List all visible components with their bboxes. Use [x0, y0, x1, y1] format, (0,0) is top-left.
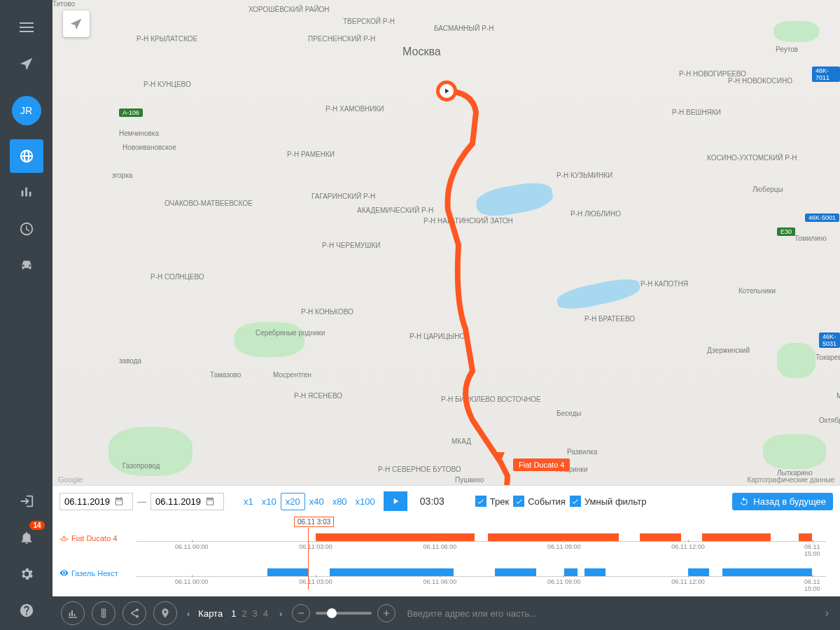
timeline-segment	[799, 533, 813, 541]
timeline-tick: 06.11 03:00	[299, 578, 332, 585]
time-display: 03:03	[412, 496, 453, 507]
route-start-marker[interactable]	[436, 80, 457, 102]
timeline-tick: 06.11 06:00	[424, 578, 457, 585]
map-tab-3[interactable]: 3	[250, 607, 260, 620]
timeline: 06.11 3:03 Fiat Ducato 4 06.11 00:0006.1…	[52, 517, 840, 596]
notifications-icon[interactable]: 14	[10, 521, 43, 554]
timeline-segment	[488, 533, 619, 541]
map-tab-1[interactable]: 1	[228, 607, 239, 620]
zoom-out-button[interactable]	[292, 604, 310, 622]
search-go-icon[interactable]: ›	[822, 604, 832, 622]
date-separator: —	[137, 496, 146, 507]
timeline-cursor-label: 06.11 3:03	[294, 517, 334, 527]
car-icon[interactable]	[10, 248, 43, 282]
tab-prev[interactable]: ‹	[184, 606, 192, 622]
bottom-bar: ‹ Карта 1234 › ›	[52, 596, 840, 630]
menu-button[interactable]	[10, 10, 43, 44]
address-search: ›	[402, 604, 832, 623]
timeline-track[interactable]	[136, 568, 826, 577]
timeline-segment	[702, 533, 771, 541]
map[interactable]: Москва ХОРОШЁВСКИЙ РАЙОНТВЕРСКОЙ Р-НБАСМ…	[52, 0, 840, 485]
timeline-segment	[267, 568, 309, 576]
timeline-row: Газель Некст 06.11 00:0006.11 03:0006.11…	[59, 554, 833, 589]
timeline-segment	[564, 568, 578, 576]
speed-x40[interactable]: x40	[305, 493, 328, 510]
timeline-tick: 06.11 12:00	[671, 578, 705, 585]
timeline-tick: 06.11 03:00	[299, 543, 332, 550]
location-icon[interactable]	[10, 47, 43, 80]
map-attribution-left: Google	[58, 475, 83, 484]
timeline-tick: 06.11 00:00	[175, 543, 209, 550]
login-icon[interactable]	[10, 484, 43, 518]
checkbox-track[interactable]: Трек	[475, 496, 509, 507]
timeline-track[interactable]	[136, 533, 826, 542]
timeline-tick: 06.11 09:00	[547, 543, 581, 550]
timeline-tick: 06.11 12:00	[671, 543, 705, 550]
play-button[interactable]	[384, 491, 407, 511]
date-from-input[interactable]: 06.11.2019	[59, 493, 133, 510]
map-tab-2[interactable]: 2	[239, 607, 249, 620]
pin-tool-icon[interactable]	[153, 601, 177, 625]
speed-x80[interactable]: x80	[328, 493, 351, 510]
map-tabs: ‹ Карта 1234 ›	[184, 606, 285, 622]
timeline-tick: 06.11 00:00	[175, 578, 209, 585]
tab-next[interactable]: ›	[276, 606, 285, 622]
zoom-in-button[interactable]	[377, 604, 396, 622]
speed-x1[interactable]: x1	[239, 493, 258, 510]
vehicle-label[interactable]: Fiat Ducato 4	[513, 458, 570, 471]
timeline-segment	[688, 568, 709, 576]
settings-icon[interactable]	[10, 557, 43, 591]
main: Москва ХОРОШЁВСКИЙ РАЙОНТВЕРСКОЙ Р-НБАСМ…	[52, 0, 840, 630]
checkbox-events[interactable]: События	[513, 496, 566, 507]
timeline-segment	[495, 568, 536, 576]
timeline-cursor[interactable]	[308, 528, 309, 589]
timeline-row: Fiat Ducato 4 06.11 00:0006.11 03:0006.1…	[59, 519, 833, 554]
tabs-word: Карта	[198, 608, 223, 619]
address-input[interactable]	[402, 604, 822, 623]
speed-x100[interactable]: x100	[351, 493, 379, 510]
traffic-tool-icon[interactable]	[92, 601, 115, 625]
timeline-segment	[316, 533, 475, 541]
timeline-tick: 06.11 06:00	[424, 543, 457, 550]
playback-controls: 06.11.2019 — 06.11.2019 x1x10x20x40x80x1…	[52, 485, 840, 517]
globe-icon[interactable]	[10, 139, 43, 173]
help-icon[interactable]	[10, 594, 43, 627]
speed-x20[interactable]: x20	[281, 493, 305, 510]
clock-icon[interactable]	[10, 212, 43, 246]
timeline-tick: 06.11 15:00	[804, 578, 820, 592]
vehicle-row-label[interactable]: Fiat Ducato 4	[59, 533, 117, 542]
chart-tool-icon[interactable]	[61, 601, 85, 625]
checkbox-smart-filter[interactable]: Умный фильтр	[570, 496, 647, 507]
sidebar: JR 14	[0, 0, 52, 630]
timeline-segment	[584, 568, 606, 576]
speed-x10[interactable]: x10	[258, 493, 281, 510]
route-path	[52, 0, 840, 485]
vehicle-row-label[interactable]: Газель Некст	[59, 568, 118, 578]
timeline-tick: 06.11 09:00	[547, 578, 581, 585]
stats-icon[interactable]	[10, 176, 43, 209]
date-to-input[interactable]: 06.11.2019	[150, 493, 224, 510]
notifications-count: 14	[29, 521, 44, 530]
map-attribution-right: Картографические данные	[747, 476, 834, 484]
back-to-future-button[interactable]: Назад в будущее	[732, 493, 833, 510]
zoom-controls	[292, 604, 396, 622]
map-tab-4[interactable]: 4	[260, 607, 271, 620]
share-tool-icon[interactable]	[122, 601, 146, 625]
timeline-segment	[640, 533, 681, 541]
avatar[interactable]: JR	[12, 96, 41, 125]
timeline-segment	[722, 568, 812, 576]
timeline-segment	[330, 568, 454, 576]
zoom-slider[interactable]	[316, 612, 372, 615]
